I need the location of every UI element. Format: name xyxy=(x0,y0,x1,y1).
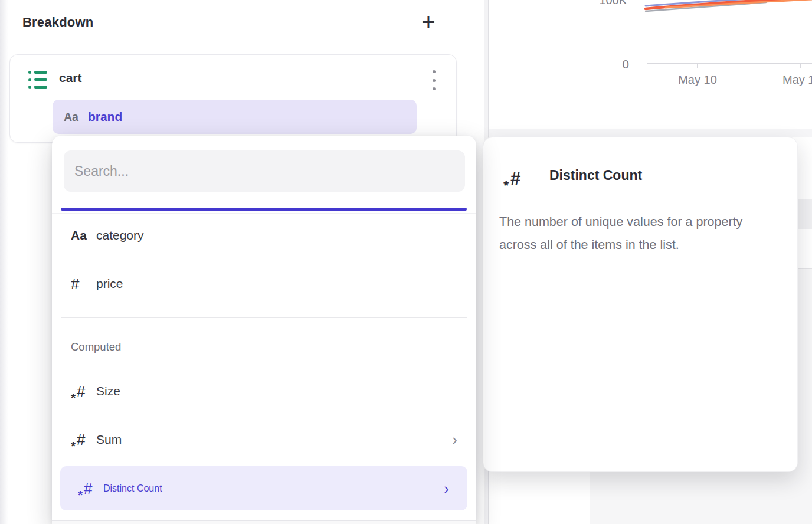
y-axis-label-0: 0 xyxy=(600,57,629,71)
chevron-right-icon: › xyxy=(452,432,457,447)
dropdown-item-size[interactable]: #* Size xyxy=(52,374,476,409)
dropdown-item-label: Size xyxy=(96,384,120,398)
section-divider xyxy=(61,317,467,318)
distinct-count-tooltip: # * Distinct Count The number of unique … xyxy=(483,137,798,472)
selected-breakdown-brand[interactable]: Aa brand xyxy=(53,100,417,134)
x-axis-tick xyxy=(697,64,698,68)
selected-property-label: brand xyxy=(88,110,122,124)
scroll-area-top-border xyxy=(52,213,476,214)
list-property-icon xyxy=(28,71,48,89)
x-axis-label-may1: May 1 xyxy=(782,73,812,87)
kebab-menu-icon[interactable] xyxy=(429,70,438,90)
computed-number-icon: #* xyxy=(77,432,85,447)
chart-panel xyxy=(489,0,812,129)
text-type-icon: Aa xyxy=(64,110,78,124)
panel-divider-strip xyxy=(489,129,812,137)
search-input[interactable] xyxy=(64,150,465,192)
number-type-icon: # xyxy=(71,275,79,293)
computed-number-icon: # * xyxy=(510,169,520,188)
chevron-right-icon: › xyxy=(444,481,449,496)
line-chart xyxy=(489,0,812,129)
cart-property-name: cart xyxy=(59,71,82,85)
breakdown-cart-card: cart Aa brand xyxy=(9,54,457,143)
dropdown-item-label: Sum xyxy=(96,433,122,447)
computed-number-icon: #* xyxy=(77,384,85,399)
left-edge-shade xyxy=(0,0,8,524)
dropdown-item-label: category xyxy=(96,228,144,243)
text-type-icon: Aa xyxy=(71,228,87,243)
dropdown-item-category[interactable]: Aa category xyxy=(52,218,476,253)
dropdown-footer-fill xyxy=(52,521,476,524)
dropdown-item-label: price xyxy=(96,277,123,291)
tooltip-description: The number of unique values for a proper… xyxy=(499,211,779,256)
dropdown-item-price[interactable]: # price xyxy=(52,266,476,302)
computed-section-label: Computed xyxy=(71,340,121,353)
dropdown-item-label: Distinct Count xyxy=(103,483,162,494)
dropdown-item-sum[interactable]: #* Sum › xyxy=(52,422,476,457)
x-axis-tick xyxy=(800,64,801,68)
breakdown-section-title: Breakdown xyxy=(22,15,93,30)
x-axis-label-may10: May 10 xyxy=(674,73,721,87)
y-axis-label-100k: 100K xyxy=(582,0,627,7)
tooltip-title: Distinct Count xyxy=(549,168,642,184)
dropdown-item-distinct-count[interactable]: #* Distinct Count › xyxy=(60,466,467,510)
computed-number-icon: #* xyxy=(84,481,92,496)
x-axis-line xyxy=(647,63,812,64)
add-breakdown-button[interactable]: + xyxy=(414,6,443,37)
scrolled-selected-item-edge xyxy=(61,208,467,211)
property-dropdown: Aa category # price Computed #* Size #* … xyxy=(52,136,476,524)
